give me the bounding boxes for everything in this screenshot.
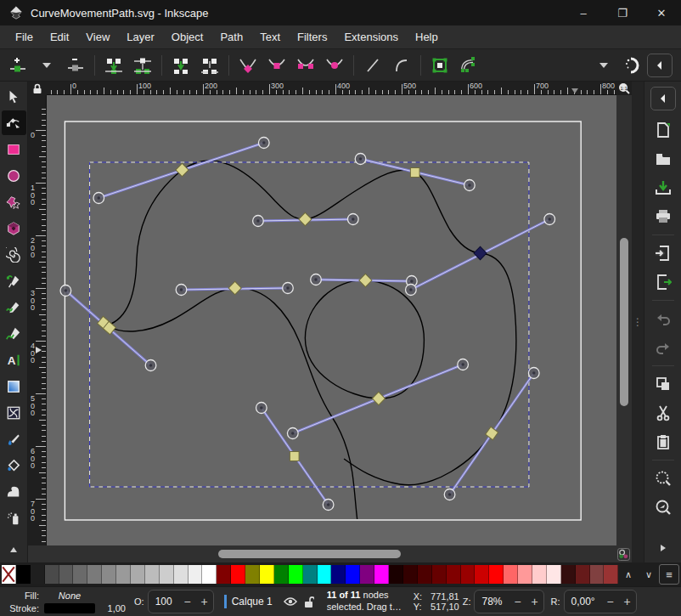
object-to-path-button[interactable] [425, 53, 454, 78]
insert-node-button[interactable] [3, 53, 32, 78]
canvas[interactable] [47, 95, 616, 545]
spiral-tool[interactable] [2, 242, 26, 267]
more-commands-button[interactable] [650, 535, 677, 561]
pen-tool[interactable] [2, 268, 26, 293]
menu-path[interactable]: Path [211, 26, 251, 48]
corner-node-button[interactable] [234, 53, 262, 78]
swatch-#ffe6e6[interactable] [547, 565, 561, 584]
insert-node-dropdown[interactable] [32, 53, 61, 78]
opacity-value[interactable]: 100 [149, 596, 179, 608]
ellipse-tool[interactable] [2, 163, 26, 188]
opacity-spinner[interactable]: 100 − + [148, 590, 214, 613]
swatch-#ff6666[interactable] [504, 565, 518, 584]
menu-layer[interactable]: Layer [118, 26, 163, 48]
lock-guides-button[interactable] [28, 82, 47, 95]
save-document-button[interactable] [650, 175, 677, 201]
rectangle-tool[interactable] [2, 137, 26, 161]
menu-object[interactable]: Object [163, 26, 212, 48]
mesh-gradient-tool[interactable] [2, 400, 26, 425]
swatch-#808000[interactable] [245, 565, 260, 584]
swatch-#800000[interactable] [447, 565, 461, 584]
rotation-plus-button[interactable]: + [619, 591, 636, 613]
fill-stroke-indicator[interactable]: Fill: None Stroke: 1,00 [0, 589, 126, 614]
selector-tool[interactable] [2, 84, 26, 109]
swatch-#ffffff[interactable] [202, 565, 217, 584]
stroke-width-value[interactable]: 1,00 [95, 603, 126, 613]
curve-segment-button[interactable] [387, 53, 416, 78]
swatch-#ffcccc[interactable] [532, 565, 547, 584]
swatch-#800000[interactable] [217, 565, 231, 584]
print-button[interactable] [650, 204, 677, 229]
menu-view[interactable]: View [77, 26, 118, 48]
maximize-button[interactable]: ❐ [603, 0, 642, 25]
calligraphy-tool[interactable] [2, 321, 26, 346]
zoom-drawing-button[interactable] [650, 494, 677, 520]
swatch-#9a9a9a[interactable] [116, 565, 131, 584]
join-with-segment-button[interactable] [128, 53, 157, 78]
zoom-plus-button[interactable]: + [526, 591, 543, 613]
more-tools-button[interactable] [2, 537, 26, 562]
zoom-selection-button[interactable] [650, 466, 677, 491]
export-button[interactable] [650, 269, 677, 295]
node-editor-tool[interactable] [2, 110, 26, 135]
minimize-button[interactable]: – [564, 0, 603, 25]
zoom-minus-button[interactable]: − [509, 591, 526, 613]
swatch-#800080[interactable] [360, 565, 374, 584]
swatch-#ff9999[interactable] [518, 565, 532, 584]
swatch-#330000[interactable] [403, 565, 418, 584]
swatch-#008000[interactable] [274, 565, 289, 584]
rotation-spinner[interactable]: 0,00° − + [564, 590, 637, 613]
swatch-#4a4a4a[interactable] [45, 565, 59, 584]
panel-grip[interactable]: ⋮ [632, 82, 644, 562]
import-button[interactable] [650, 240, 677, 266]
swatch-#000080[interactable] [331, 565, 346, 584]
paint-bucket-tool[interactable] [2, 453, 26, 478]
horizontal-scrollbar-thumb[interactable] [218, 550, 401, 558]
swatch-#ff0000[interactable] [489, 565, 504, 584]
menu-extensions[interactable]: Extensions [335, 26, 407, 48]
vertical-scrollbar[interactable] [616, 95, 632, 545]
close-button[interactable]: ✕ [642, 0, 681, 25]
zoom-spinner[interactable]: 78% − + [474, 590, 543, 613]
swatch-#efefef[interactable] [189, 565, 203, 584]
swatch-#cdcdcd[interactable] [160, 565, 174, 584]
menu-filters[interactable]: Filters [289, 26, 335, 48]
tweak-tool[interactable] [2, 479, 26, 504]
box-3d-tool[interactable] [2, 216, 26, 240]
swatch-#ffff00[interactable] [260, 565, 274, 584]
vertical-ruler[interactable]: 0100200300400500600700 [28, 95, 47, 545]
star-tool[interactable] [2, 189, 26, 214]
open-document-button[interactable] [650, 146, 677, 172]
gradient-tool[interactable] [2, 374, 26, 398]
swatch-#008080[interactable] [303, 565, 318, 584]
delete-segment-button[interactable] [195, 53, 224, 78]
swatch-#660000[interactable] [432, 565, 447, 584]
text-tool[interactable]: A [2, 348, 26, 372]
menu-edit[interactable]: Edit [42, 26, 77, 48]
redo-button[interactable] [650, 335, 677, 360]
new-document-button[interactable] [650, 117, 677, 143]
vertical-scrollbar-thumb[interactable] [620, 238, 628, 406]
symmetric-node-button[interactable] [291, 53, 320, 78]
swatch-#1a0000[interactable] [389, 565, 403, 584]
menu-help[interactable]: Help [407, 26, 447, 48]
swatch-#00ff00[interactable] [289, 565, 303, 584]
swatch-#4d0000[interactable] [418, 565, 432, 584]
swatch-#990000[interactable] [461, 565, 476, 584]
undo-button[interactable] [650, 306, 677, 331]
horizontal-ruler[interactable]: 0100200300400500600700800 [47, 82, 616, 95]
swatch-#6a6a6a[interactable] [73, 565, 87, 584]
smooth-node-button[interactable] [262, 53, 291, 78]
pencil-tool[interactable] [2, 295, 26, 319]
swatch-#dedede[interactable] [174, 565, 189, 584]
swatch-#ababab[interactable] [131, 565, 145, 584]
swatch-#0000ff[interactable] [346, 565, 360, 584]
layer-visibility-toggle[interactable] [281, 592, 300, 611]
dropper-tool[interactable] [2, 427, 26, 451]
break-nodes-button[interactable] [166, 53, 195, 78]
spray-tool[interactable] [2, 506, 26, 530]
color-managed-view-button[interactable] [615, 545, 632, 562]
cut-button[interactable] [650, 400, 677, 426]
path-node-10[interactable] [290, 452, 299, 461]
swatch-none[interactable] [2, 565, 16, 584]
